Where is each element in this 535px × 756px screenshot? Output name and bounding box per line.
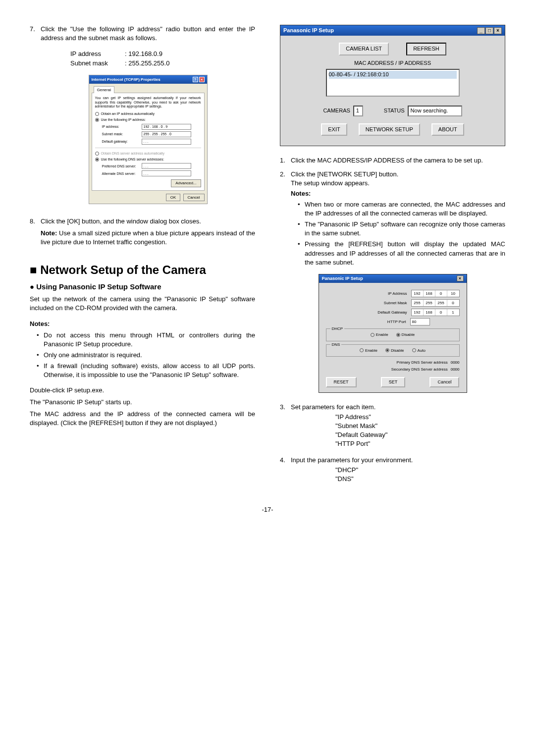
radio-use-dns[interactable]: [95, 158, 99, 162]
close-icon[interactable]: ×: [457, 275, 464, 281]
advanced-button[interactable]: Advanced...: [171, 179, 201, 187]
r-step2-num: 2.: [280, 170, 291, 269]
tcpip-title: Internet Protocol (TCP/IP) Properties: [92, 77, 160, 82]
tcpip-window: Internet Protocol (TCP/IP) Properties ? …: [89, 75, 208, 204]
exit-button[interactable]: EXIT: [321, 123, 347, 136]
p-http: "HTTP Port": [335, 439, 505, 448]
r-step4-text: Input the parameters for your environmen…: [291, 456, 505, 465]
network-setup-button[interactable]: NETWORK SETUP: [359, 123, 420, 136]
intro-para: Set up the network of the camera using t…: [30, 295, 255, 313]
adns-field[interactable]: . . .: [142, 170, 191, 176]
note-3: If a firewall (including software) exist…: [44, 362, 255, 379]
subheading: ● Using Panasonic IP Setup Software: [30, 281, 255, 292]
note-text: Use a small sized picture when a blue pi…: [41, 229, 255, 246]
radio-use-ip-label: Use the following IP address:: [101, 117, 146, 122]
p-gw: "Default Gateway": [335, 431, 505, 439]
r-note-1: When two or more cameras are connected, …: [305, 200, 505, 218]
pdns-label: Primary DNS Server address: [326, 360, 451, 365]
mask-label: Subnet mask: [70, 59, 125, 68]
close-icon[interactable]: ×: [199, 77, 205, 82]
p-dns: "DNS": [335, 475, 505, 484]
pdns-field: 0000: [451, 360, 460, 365]
mask-field-label: Subnet mask:: [102, 132, 142, 137]
cameras-label: CAMERAS: [323, 107, 350, 114]
dhcp-enable-radio[interactable]: [371, 333, 374, 337]
dns-enable-radio[interactable]: [360, 348, 364, 352]
sf-gw[interactable]: 19216801: [411, 309, 460, 316]
r-notes-hd: Notes:: [291, 189, 505, 198]
r-step3-text: Set parameters for each item.: [291, 403, 505, 412]
sdns-field: 0000: [451, 367, 460, 372]
r-step3-num: 3.: [280, 403, 291, 453]
reset-button[interactable]: RESET: [326, 377, 357, 387]
close-icon[interactable]: ×: [494, 27, 502, 34]
radio-use-ip[interactable]: [95, 118, 99, 122]
ip-value: 192.168.0.9: [125, 50, 162, 58]
setup-window: Panasonic IP Setup × IP Address192168010…: [319, 274, 467, 393]
step8-text: Click the [OK] button, and the window di…: [41, 217, 201, 225]
mask-value: 255.255.255.0: [125, 59, 169, 68]
panasonic-ip-window: Panasonic IP Setup _ □ × CAMERA LIST REF…: [280, 25, 505, 146]
cancel-button[interactable]: Cancel: [183, 194, 205, 201]
pdns-label: Preferred DNS server:: [102, 164, 142, 169]
ip-label: IP address: [70, 50, 125, 58]
note-1: Do not access this menu through HTML or …: [44, 331, 255, 349]
dhcp-enable-label: Enable: [376, 332, 388, 337]
gw-field[interactable]: . . .: [142, 139, 191, 145]
dhcp-disable-label: Disable: [402, 332, 415, 337]
section-heading: ■ Network Setup of the Camera: [30, 262, 255, 278]
cancel-button[interactable]: Cancel: [429, 377, 459, 387]
r-step2-text: Click the [NETWORK SETUP] button.: [291, 170, 505, 179]
dhcp-group-label: DHCP: [330, 326, 345, 331]
minimize-icon[interactable]: _: [477, 27, 485, 34]
sf-gw-l: Default Gateway: [352, 310, 411, 315]
maximize-icon[interactable]: □: [485, 27, 493, 34]
sdns-label: Secondary DNS Server address: [326, 367, 451, 372]
note-label: Note:: [41, 229, 57, 237]
ip-field[interactable]: 192 . 168 . 0 . 9: [142, 124, 191, 130]
about-button[interactable]: ABOUT: [431, 123, 464, 136]
tab-general[interactable]: General: [94, 86, 114, 93]
p-mask: "Subnet Mask": [335, 422, 505, 431]
dns-disable-radio[interactable]: [385, 348, 389, 352]
sf-ip-l: IP Address: [352, 291, 411, 296]
list-item[interactable]: 00-80-45- / 192:168:0:10: [329, 71, 457, 78]
p-dhcp: "DHCP": [335, 466, 505, 475]
dns-disable-label: Disable: [391, 348, 404, 353]
page-number: -17-: [30, 505, 505, 514]
sf-port[interactable]: 80: [410, 318, 430, 325]
r-step1-num: 1.: [280, 156, 291, 165]
gw-field-label: Default gateway:: [102, 139, 142, 144]
ok-button[interactable]: OK: [166, 194, 181, 201]
step8-num: 8.: [30, 217, 41, 226]
dns-enable-label: Enable: [365, 348, 377, 353]
pdns-field[interactable]: . . .: [142, 163, 191, 169]
radio-auto-ip-label: Obtain an IP address automatically: [101, 111, 155, 116]
note-2: Only one administrator is required.: [44, 351, 142, 360]
sf-ip[interactable]: 192168010: [411, 290, 460, 297]
ip-field-label: IP address:: [102, 124, 142, 129]
mac-label: MAC ADDRESS / IP ADDRESS: [289, 59, 496, 67]
sf-mask[interactable]: 2552552550: [411, 299, 460, 307]
set-button[interactable]: SET: [381, 377, 406, 387]
tcpip-desc: You can get IP settings assigned automat…: [95, 96, 201, 108]
panawin-title: Panasonic IP Setup: [283, 27, 334, 34]
radio-auto-dns: [95, 152, 99, 156]
sf-mask-l: Subnet Mask: [352, 300, 411, 306]
mac-list[interactable]: 00-80-45- / 192:168:0:10: [326, 69, 460, 97]
dns-auto-radio[interactable]: [412, 348, 416, 352]
dc1: Double-click IP setup.exe.: [30, 386, 255, 395]
mask-field[interactable]: 255 . 255 . 255 . 0: [142, 131, 191, 137]
r-step4-num: 4.: [280, 456, 291, 488]
r-note-2: The "Panasonic IP Setup" software can re…: [305, 220, 505, 238]
camera-list-button[interactable]: CAMERA LIST: [339, 43, 389, 55]
dhcp-disable-radio[interactable]: [396, 333, 400, 337]
notes-heading: Notes:: [30, 320, 255, 328]
help-icon[interactable]: ?: [193, 77, 198, 82]
step7-num: 7.: [30, 25, 41, 214]
r-step1-text: Click the MAC ADDRESS/IP ADDRESS of the …: [291, 156, 505, 165]
radio-auto-ip[interactable]: [95, 112, 99, 116]
dc2: The "Panasonic IP Setup" starts up.: [30, 398, 255, 407]
refresh-button[interactable]: REFRESH: [406, 43, 446, 55]
radio-auto-dns-label: Obtain DNS server address automatically: [101, 151, 164, 156]
